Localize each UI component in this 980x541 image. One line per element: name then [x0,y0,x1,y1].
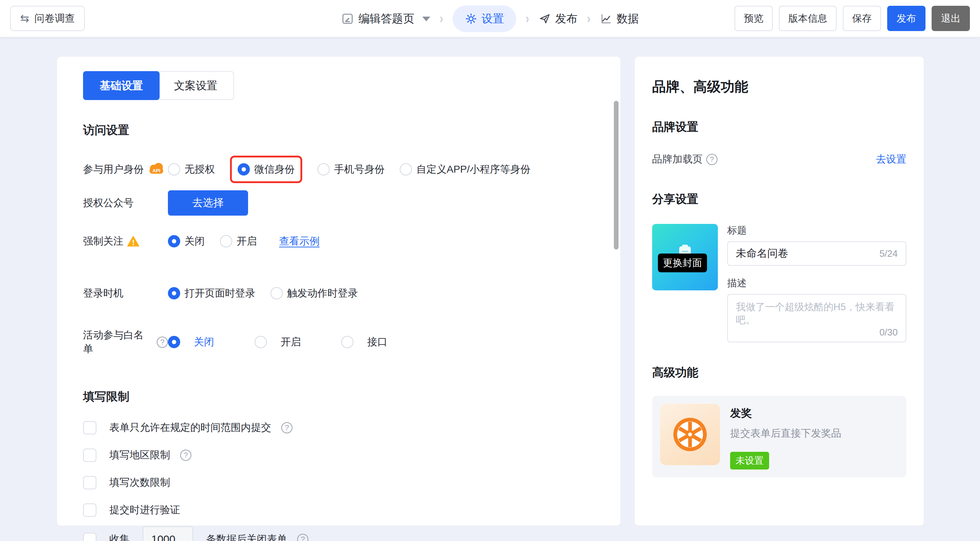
login-on-open-option[interactable]: 打开页面时登录 [168,286,255,300]
checkbox-icon[interactable] [83,449,96,462]
chevron-down-icon[interactable] [423,17,430,21]
title-field-label: 标题 [727,224,906,237]
checkbox-icon[interactable] [83,503,96,517]
whitelist-row: 活动参与白名单 ? 关闭 开启 接口 [83,328,594,356]
wechat-identity-highlight-box: 微信身份 [230,156,302,183]
prize-wheel-icon [669,413,711,456]
radio-off-icon[interactable] [317,163,330,175]
radio-off-icon[interactable] [220,235,232,247]
nav-edit-label: 编辑答题页 [359,11,415,26]
prize-wheel-tile [660,404,720,465]
description-placeholder: 我做了一个超级炫酷的H5，快来看看吧。 [736,301,898,327]
identity-option-none[interactable]: 无授权 [168,162,215,176]
help-icon[interactable]: ? [180,450,191,461]
count-limit-checkbox-row: 填写次数限制 [83,476,594,489]
force-follow-off[interactable]: 关闭 [168,234,205,248]
title-input[interactable]: 未命名问卷 5/24 [727,241,906,266]
description-textarea[interactable]: 我做了一个超级炫酷的H5，快来看看吧。 0/30 [727,294,906,342]
brand-panel-title: 品牌、高级功能 [652,78,906,96]
radio-on-icon[interactable] [238,163,250,175]
whitelist-label: 活动参与白名单 ? [83,328,168,356]
checkbox-icon[interactable] [83,421,96,434]
paper-plane-icon [539,13,551,25]
exit-button[interactable]: 退出 [932,6,970,31]
radio-off-icon[interactable] [341,336,353,348]
settings-tabs: 基础设置 文案设置 [83,71,594,100]
radio-off-icon[interactable] [270,287,283,299]
step-nav: 编辑答题页 › 设置 › 发布 › 数据 [341,0,639,38]
nav-separator: › [440,11,444,26]
brand-panel: 品牌、高级功能 品牌设置 品牌加载页 ? 去设置 分享设置 更换封面 标题 [635,57,924,525]
not-set-badge: 未设置 [730,452,769,469]
go-setup-link[interactable]: 去设置 [876,153,906,166]
warning-triangle-icon [127,235,139,247]
collect-count-input[interactable] [143,526,193,541]
identity-option-phone[interactable]: 手机号身份 [317,162,385,176]
view-example-link[interactable]: 查看示例 [279,234,320,248]
edit-page-icon [341,12,354,25]
feature-description: 提交表单后直接下发奖品 [730,426,842,440]
line-chart-icon [600,13,612,25]
whitelist-off-option[interactable]: 关闭 [168,335,214,349]
official-account-row: 授权公众号 去选择 [83,190,594,216]
collect-limit-row: 收集 条数据后关闭表单 ? [83,526,594,541]
login-timing-row: 登录时机 打开页面时登录 触发动作时登录 [83,286,594,300]
region-limit-checkbox-row: 填写地区限制 ? [83,448,594,462]
force-follow-on[interactable]: 开启 [220,234,257,248]
gear-icon [465,13,477,25]
title-input-value: 未命名问卷 [736,246,875,261]
time-range-checkbox-row: 表单只允许在规定的时间范围内提交 ? [83,421,594,434]
nav-publish[interactable]: 发布 [539,11,578,26]
help-icon[interactable]: ? [281,422,293,433]
version-info-button[interactable]: 版本信息 [779,6,837,31]
top-bar: ⇆ 问卷调查 编辑答题页 › 设置 › [0,0,980,38]
scrollbar-thumb[interactable] [614,101,619,250]
share-settings-title: 分享设置 [652,191,906,207]
help-icon[interactable]: ? [706,154,718,165]
identity-row-label: 参与用户身份 API [83,162,168,176]
checkbox-icon[interactable] [83,476,96,489]
whitelist-api-option[interactable]: 接口 [341,335,387,349]
radio-off-icon[interactable] [255,336,267,348]
whitelist-on-option[interactable]: 开启 [255,335,301,349]
brand-loading-page-label: 品牌加载页 ? [652,153,718,166]
share-cover-thumbnail[interactable]: 更换封面 [652,224,718,290]
tab-copy-settings[interactable]: 文案设置 [158,71,234,100]
title-char-counter: 5/24 [879,248,898,259]
brand-settings-title: 品牌设置 [652,119,906,135]
desc-field-label: 描述 [727,277,906,290]
access-section-title: 访问设置 [83,123,594,138]
nav-data[interactable]: 数据 [600,11,639,26]
radio-on-icon[interactable] [168,336,180,348]
force-follow-row: 强制关注 关闭 开启 查看示例 [83,234,594,248]
advanced-features-title: 高级功能 [652,365,906,381]
force-follow-label: 强制关注 [83,234,168,248]
nav-separator: › [526,11,529,26]
radio-on-icon[interactable] [168,235,180,247]
login-on-action-option[interactable]: 触发动作时登录 [270,286,358,300]
prize-feature-card[interactable]: 发奖 提交表单后直接下发奖品 未设置 [652,396,906,477]
publish-button[interactable]: 发布 [887,6,926,31]
survey-back-label: 问卷调查 [34,11,75,25]
choose-official-account-button[interactable]: 去选择 [168,190,248,216]
settings-panel: 基础设置 文案设置 访问设置 参与用户身份 API 无授权 [57,57,620,525]
survey-back-button[interactable]: ⇆ 问卷调查 [10,6,85,31]
help-icon[interactable]: ? [157,337,168,348]
nav-settings-active[interactable]: 设置 [453,5,516,32]
radio-off-icon[interactable] [400,163,412,175]
nav-edit-page[interactable]: 编辑答题页 [341,11,430,26]
identity-option-custom-app[interactable]: 自定义APP/小程序等身份 [400,162,530,176]
change-cover-button[interactable]: 更换封面 [658,253,707,272]
preview-button[interactable]: 预览 [735,6,773,31]
radio-on-icon[interactable] [168,287,180,299]
checkbox-icon[interactable] [83,533,96,541]
nav-data-label: 数据 [617,11,639,26]
nav-separator: › [587,11,591,26]
tab-basic-settings[interactable]: 基础设置 [83,71,160,100]
api-badge-icon: API [147,163,166,176]
help-icon[interactable]: ? [297,534,309,541]
identity-option-wechat[interactable]: 微信身份 [238,162,295,176]
radio-off-icon[interactable] [168,163,180,175]
swap-arrows-icon: ⇆ [20,13,29,24]
save-button[interactable]: 保存 [843,6,881,31]
